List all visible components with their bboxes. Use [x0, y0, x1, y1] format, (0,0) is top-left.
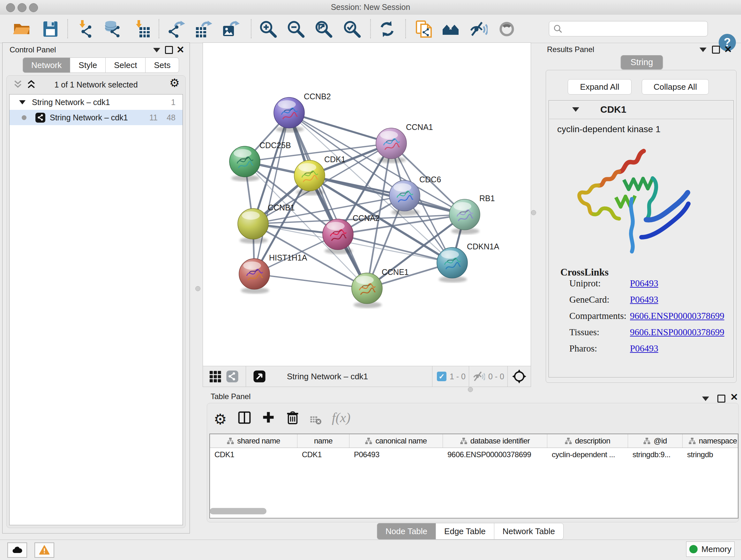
- network-row[interactable]: String Network – cdk1 11 48: [10, 110, 183, 125]
- network-node-cdc25b[interactable]: [229, 146, 260, 181]
- results-float-icon[interactable]: [712, 46, 720, 54]
- column-header-canonical-name[interactable]: canonical name: [349, 434, 443, 448]
- search-input[interactable]: [565, 22, 708, 35]
- column-header-namespace[interactable]: namespace: [683, 434, 738, 448]
- network-node-ccna1[interactable]: [376, 128, 407, 163]
- table-menu-icon[interactable]: [702, 396, 709, 401]
- zoom-in-button[interactable]: [259, 20, 277, 38]
- gene-header[interactable]: CDK1: [549, 101, 733, 119]
- export-table-button[interactable]: [194, 20, 213, 38]
- table-cell[interactable]: stringdb:9...: [628, 450, 683, 459]
- network-edge[interactable]: [254, 274, 367, 288]
- new-network-from-selection-button[interactable]: [415, 20, 434, 38]
- grid-view-icon[interactable]: [209, 370, 221, 383]
- table-cell[interactable]: CDK1: [297, 450, 349, 459]
- search-box[interactable]: [549, 21, 708, 37]
- selected-checkbox-icon[interactable]: ✓: [437, 372, 447, 381]
- tab-sets[interactable]: Sets: [145, 57, 179, 73]
- network-node-hist1h1a[interactable]: [239, 259, 270, 294]
- tab-network[interactable]: Network: [23, 57, 70, 73]
- table-cell[interactable]: CDK1: [210, 450, 297, 459]
- zoom-fit-content-button[interactable]: [314, 20, 333, 38]
- network-canvas[interactable]: CCNB2CCNA1CDC25BCDK1CDC6RB1CCNB1CCNA2CDK…: [203, 43, 531, 366]
- hide-selected-button[interactable]: [469, 20, 488, 38]
- table-row[interactable]: CDK1CDK1P064939606.ENSP00000378699cyclin…: [210, 448, 738, 461]
- network-node-rb1[interactable]: [449, 199, 480, 234]
- right-splitter-handle[interactable]: [531, 210, 536, 215]
- left-splitter-handle[interactable]: [195, 286, 200, 291]
- add-column-icon[interactable]: [262, 411, 275, 424]
- table-horizontal-scrollbar[interactable]: [210, 508, 266, 514]
- show-columns-icon[interactable]: [238, 411, 252, 425]
- network-node-ccna2[interactable]: [323, 219, 353, 254]
- expand-all-button[interactable]: Expand All: [568, 79, 631, 95]
- main-toolbar: ?: [0, 15, 741, 43]
- column-header-name[interactable]: name: [297, 434, 349, 448]
- network-edge[interactable]: [254, 113, 289, 274]
- import-network-from-database-button[interactable]: [104, 20, 123, 38]
- node-table[interactable]: shared namenamecanonical namedatabase id…: [209, 434, 738, 518]
- panel-close-icon[interactable]: ✕: [177, 46, 185, 54]
- network-node-ccnb1[interactable]: [238, 208, 268, 244]
- results-close-icon[interactable]: ✕: [724, 46, 732, 53]
- export-network-button[interactable]: [167, 20, 186, 38]
- first-neighbors-button[interactable]: [442, 20, 460, 38]
- delete-column-icon[interactable]: [286, 411, 300, 425]
- import-table-from-file-button[interactable]: [133, 20, 152, 38]
- network-node-ccne1[interactable]: [352, 273, 382, 308]
- table-cell[interactable]: stringdb: [683, 450, 738, 459]
- column-header-description[interactable]: description: [547, 434, 628, 448]
- warnings-button[interactable]: [35, 543, 54, 558]
- horizontal-splitter-handle[interactable]: [468, 387, 473, 392]
- panel-float-icon[interactable]: [165, 46, 173, 54]
- table-cell[interactable]: P06493: [349, 450, 443, 459]
- column-header--id[interactable]: @id: [628, 434, 683, 448]
- collection-expander-icon[interactable]: [19, 100, 25, 105]
- tab-node-table[interactable]: Node Table: [377, 523, 436, 540]
- network-options-gear-icon[interactable]: ⚙: [170, 76, 180, 89]
- crosslink-link[interactable]: P06493: [630, 278, 658, 289]
- network-node-cdkn1a[interactable]: [437, 247, 468, 283]
- show-all-button[interactable]: [497, 20, 516, 38]
- memory-button[interactable]: Memory: [686, 542, 735, 557]
- network-edge[interactable]: [289, 113, 391, 143]
- network-node-cdc6[interactable]: [389, 180, 420, 215]
- zoom-out-button[interactable]: [286, 20, 305, 38]
- table-cell[interactable]: 9606.ENSP00000378699: [443, 450, 547, 459]
- crosslink-link[interactable]: 9606.ENSP00000378699: [630, 327, 724, 337]
- node-label-cdc25b: CDC25B: [259, 141, 291, 150]
- export-image-button[interactable]: [221, 20, 240, 38]
- save-session-button[interactable]: [41, 20, 60, 38]
- tab-select[interactable]: Select: [105, 57, 145, 73]
- crosslink-link[interactable]: P06493: [630, 343, 658, 354]
- tab-style[interactable]: Style: [70, 57, 106, 73]
- table-cell[interactable]: cyclin-dependent ...: [547, 450, 628, 459]
- table-settings-gear-icon[interactable]: ⚙: [213, 411, 226, 428]
- tab-network-table[interactable]: Network Table: [494, 523, 563, 540]
- results-menu-icon[interactable]: [699, 48, 706, 52]
- table-close-icon[interactable]: ✕: [730, 393, 738, 401]
- crosslink-link[interactable]: P06493: [630, 294, 658, 305]
- table-float-icon[interactable]: [718, 395, 725, 402]
- panel-menu-icon[interactable]: [153, 48, 160, 52]
- birds-eye-view-icon[interactable]: [512, 369, 526, 383]
- column-header-database-identifier[interactable]: database identifier: [443, 434, 547, 448]
- open-session-button[interactable]: [12, 20, 31, 38]
- network-collection-row[interactable]: String Network – cdk1 1: [10, 95, 183, 110]
- network-type-icon[interactable]: [226, 370, 239, 383]
- import-table-from-file-icon: [134, 20, 151, 38]
- tab-edge-table[interactable]: Edge Table: [435, 523, 494, 540]
- network-node-cdk1[interactable]: [294, 160, 325, 195]
- gene-expander-icon[interactable]: [572, 107, 579, 112]
- node-label-cdkn1a: CDKN1A: [467, 242, 499, 251]
- import-network-from-file-button[interactable]: [77, 20, 95, 38]
- tab-string[interactable]: String: [621, 55, 663, 69]
- collapse-all-button[interactable]: Collapse All: [642, 79, 709, 95]
- column-header-shared-name[interactable]: shared name: [210, 434, 297, 448]
- detach-view-icon[interactable]: [253, 370, 266, 383]
- apply-preferred-layout-button[interactable]: [378, 20, 396, 38]
- crosslink-link[interactable]: 9606.ENSP00000378699: [630, 311, 724, 321]
- cloud-status-button[interactable]: [7, 543, 27, 558]
- network-node-ccnb2[interactable]: [274, 98, 305, 132]
- zoom-selected-button[interactable]: [343, 20, 361, 38]
